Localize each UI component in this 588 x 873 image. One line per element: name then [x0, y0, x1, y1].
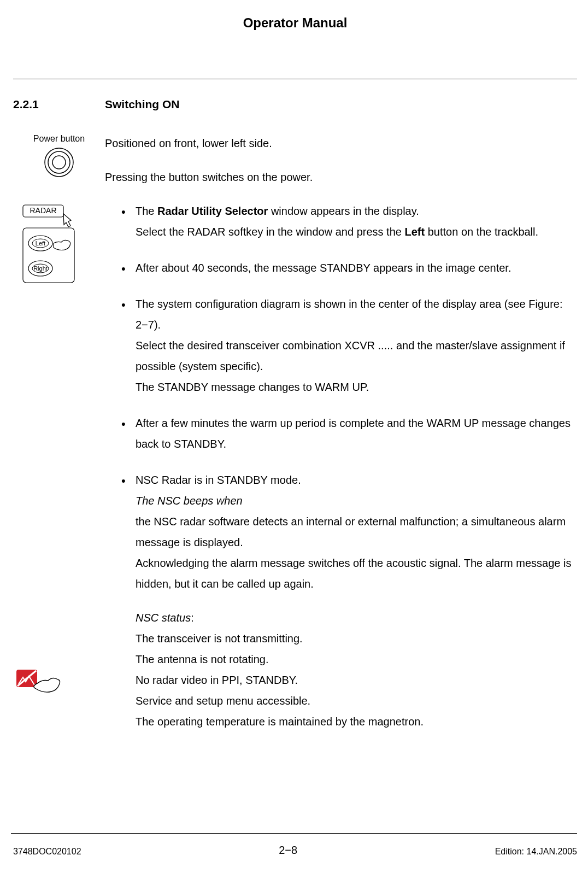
page: Operator Manual 2.2.1 Switching ON Power…: [0, 0, 588, 873]
text: After about 40 seconds, the message STAN…: [136, 262, 511, 274]
power-button-icon: [44, 147, 74, 178]
text: the NSC radar software detects an intern…: [136, 515, 566, 548]
bold-text: Radar Utility Selector: [157, 205, 268, 217]
text: Service and setup menu accessible.: [136, 695, 310, 707]
rule-bottom: [11, 833, 577, 834]
text: :: [191, 612, 194, 624]
paragraph: Pressing the button switches on the powe…: [105, 167, 577, 188]
text: No radar video in PPI, STANDBY.: [136, 674, 298, 686]
list-item: After about 40 seconds, the message STAN…: [121, 257, 577, 278]
list-item: After a few minutes the warm up period i…: [121, 413, 577, 454]
text: The system configuration diagram is show…: [136, 298, 563, 331]
svg-point-0: [45, 148, 73, 177]
svg-point-1: [48, 151, 70, 173]
bold-text: Left: [404, 226, 425, 238]
bullet-list: The Radar Utility Selector window appear…: [121, 201, 577, 732]
list-item: The system configuration diagram is show…: [121, 294, 577, 397]
text: After a few minutes the warm up period i…: [136, 417, 571, 450]
power-button-label: Power button: [13, 134, 105, 144]
svg-rect-4: [23, 228, 74, 283]
text: NSC Radar is in STANDBY mode.: [136, 474, 301, 486]
italic-text: NSC status: [136, 612, 191, 624]
italic-text: The NSC beeps when: [136, 495, 243, 507]
page-number: 2−8: [279, 844, 297, 857]
trackball-icon: RADAR Left Right: [13, 204, 105, 286]
left-button-label: Left: [36, 240, 45, 247]
edition-date: Edition: 14.JAN.2005: [495, 847, 577, 857]
body-column: Positioned on front, lower left side. Pr…: [105, 133, 577, 747]
rule-top: [13, 79, 577, 79]
alarm-ack-icon: [13, 666, 105, 705]
right-button-label: Right: [33, 265, 48, 272]
section-number: 2.2.1: [13, 98, 105, 111]
radar-softkey-label: RADAR: [30, 206, 56, 215]
content-area: Power button RADAR: [13, 133, 577, 747]
doc-number: 3748DOC020102: [13, 847, 81, 857]
text: Select the RADAR softkey in the window a…: [136, 226, 404, 238]
text: The: [136, 205, 157, 217]
list-item: The Radar Utility Selector window appear…: [121, 201, 577, 242]
list-item: NSC Radar is in STANDBY mode. The NSC be…: [121, 470, 577, 732]
paragraph: Positioned on front, lower left side.: [105, 133, 577, 154]
text: window appears in the display.: [268, 205, 419, 217]
text: Acknowledging the alarm message switches…: [136, 557, 571, 590]
footer: 3748DOC020102 2−8 Edition: 14.JAN.2005: [13, 844, 577, 857]
section-title: Switching ON: [105, 98, 180, 111]
text: The STANDBY message changes to WARM UP.: [136, 381, 369, 393]
text: The operating temperature is maintained …: [136, 716, 424, 728]
section-heading: 2.2.1 Switching ON: [13, 98, 577, 111]
text: The antenna is not rotating.: [136, 653, 269, 665]
margin-column: Power button RADAR: [13, 133, 105, 747]
svg-point-2: [52, 156, 66, 169]
text: Select the desired transceiver combinati…: [136, 339, 565, 372]
document-title: Operator Manual: [13, 15, 577, 31]
text: button on the trackball.: [425, 226, 538, 238]
text: The transceiver is not transmitting.: [136, 632, 303, 645]
